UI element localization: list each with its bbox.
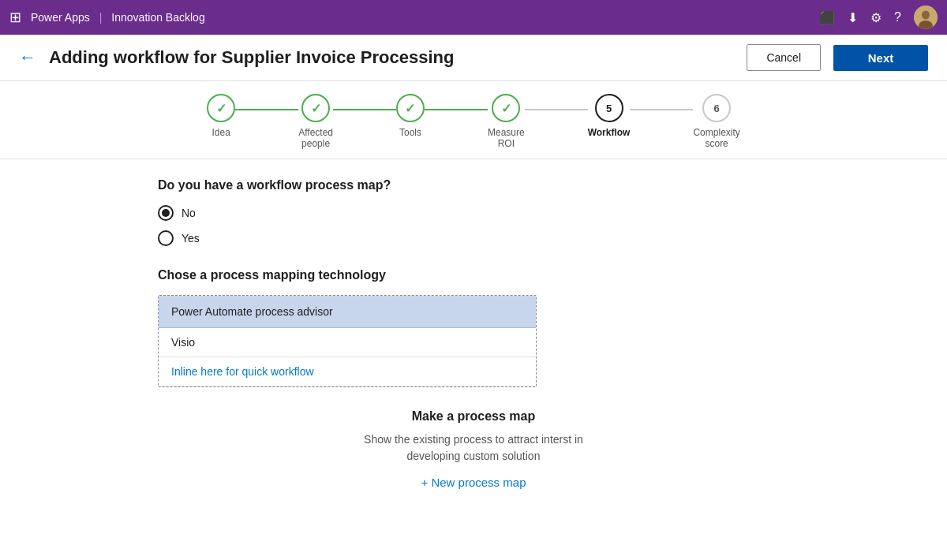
radio-label-no: No <box>182 207 196 219</box>
process-map-title: Make a process map <box>158 409 789 424</box>
step-circle-complexity: 6 <box>702 94 731 122</box>
step-workflow: 5 Workflow <box>588 94 631 138</box>
step-label-tools: Tools <box>399 127 421 138</box>
process-map-description: Show the existing process to attract int… <box>158 431 789 465</box>
settings-icon[interactable]: ⚙ <box>870 10 881 25</box>
step-circle-affected: ✓ <box>301 94 330 122</box>
connector-5 <box>630 109 693 110</box>
svg-point-1 <box>922 11 930 20</box>
dropdown-option-visio[interactable]: Visio <box>159 328 536 357</box>
checkmark-affected: ✓ <box>311 101 321 116</box>
step-complexity: 6 Complexityscore <box>693 94 739 149</box>
next-button[interactable]: Next <box>833 45 928 71</box>
step-circle-idea: ✓ <box>207 94 235 122</box>
step-label-workflow: Workflow <box>588 127 631 138</box>
step-measure-roi: ✓ MeasureROI <box>488 94 525 149</box>
process-mapping-title: Chose a process mapping technology <box>158 268 789 282</box>
connector-1 <box>235 109 298 110</box>
process-map-section: Make a process map Show the existing pro… <box>158 409 789 490</box>
topbar: ⊞ Power Apps | Innovation Backlog ⬛ ⬇ ⚙ … <box>0 0 947 35</box>
dropdown-option-inline[interactable]: Inline here for quick workflow <box>159 357 536 386</box>
radio-group-workflow: No Yes <box>158 205 789 246</box>
step-circle-tools: ✓ <box>396 94 425 122</box>
page-title: Adding workflow for Supplier Invoice Pro… <box>49 47 734 68</box>
radio-circle-yes[interactable] <box>158 230 174 246</box>
step-label-affected: Affectedpeople <box>298 127 333 149</box>
help-icon[interactable]: ? <box>894 10 901 24</box>
radio-yes[interactable]: Yes <box>158 230 789 246</box>
step-circle-roi: ✓ <box>492 94 520 122</box>
main-content: Do you have a workflow process map? No Y… <box>0 159 947 509</box>
grid-icon[interactable]: ⊞ <box>9 9 21 26</box>
connector-4 <box>525 109 588 110</box>
topbar-right: ⬛ ⬇ ⚙ ? <box>819 6 938 29</box>
screen-icon[interactable]: ⬛ <box>819 10 835 25</box>
step-idea: ✓ Idea <box>207 94 235 138</box>
avatar[interactable] <box>914 6 938 29</box>
step-label-roi: MeasureROI <box>488 127 525 149</box>
step-affected-people: ✓ Affectedpeople <box>298 94 333 149</box>
workflow-question: Do you have a workflow process map? <box>158 178 789 192</box>
back-button[interactable]: ← <box>19 47 36 68</box>
new-process-map-link[interactable]: + New process map <box>421 476 526 489</box>
checkmark-roi: ✓ <box>501 101 511 116</box>
radio-no[interactable]: No <box>158 205 789 221</box>
download-icon[interactable]: ⬇ <box>848 10 858 25</box>
topbar-separator: | <box>99 11 103 24</box>
connector-3 <box>425 109 488 110</box>
section-name: Innovation Backlog <box>111 11 204 24</box>
step-circle-workflow: 5 <box>595 94 623 122</box>
step-label-idea: Idea <box>211 127 230 138</box>
cancel-button[interactable]: Cancel <box>747 44 821 71</box>
process-mapping-dropdown[interactable]: Power Automate process advisor Visio Inl… <box>158 295 537 387</box>
step-tools: ✓ Tools <box>396 94 425 138</box>
stepper: ✓ Idea ✓ Affectedpeople ✓ Tools ✓ Measur… <box>0 81 947 159</box>
checkmark-tools: ✓ <box>405 101 415 116</box>
checkmark-idea: ✓ <box>216 101 226 116</box>
radio-label-yes: Yes <box>182 232 200 245</box>
app-name: Power Apps <box>31 11 90 24</box>
radio-circle-no[interactable] <box>158 205 174 221</box>
header: ← Adding workflow for Supplier Invoice P… <box>0 35 947 81</box>
step-label-complexity: Complexityscore <box>693 127 739 149</box>
dropdown-selected-option[interactable]: Power Automate process advisor <box>159 296 536 328</box>
connector-2 <box>333 109 396 110</box>
